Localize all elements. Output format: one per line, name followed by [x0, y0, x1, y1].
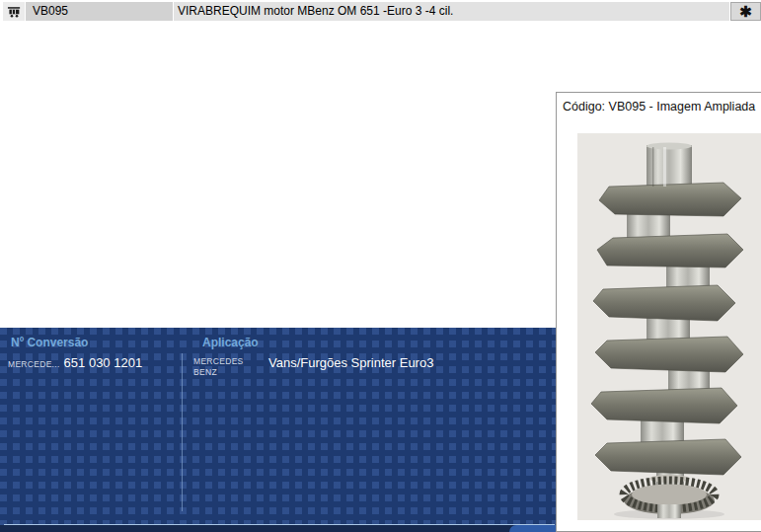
- application-value: Vans/Furgões Sprinter Euro3: [268, 355, 433, 370]
- conversion-row: MERCEDE... 651 030 1201: [8, 355, 142, 370]
- cart-icon: [7, 4, 22, 19]
- panel-bottom-strip: [0, 525, 558, 532]
- conversion-brand-label: MERCEDE...: [8, 359, 60, 369]
- crankshaft-photo: [577, 133, 761, 520]
- column-divider: [182, 353, 183, 511]
- image-popup: Código: VB095 - Imagem Ampliada: [556, 92, 761, 532]
- asterisk-icon: ✱: [739, 3, 752, 21]
- application-header: Aplicação: [202, 336, 259, 349]
- conversion-header: Nº Conversão: [11, 336, 88, 349]
- popup-title: Código: VB095 - Imagem Ampliada: [557, 93, 761, 114]
- hidden-button-tab: [509, 525, 558, 532]
- add-to-cart-button[interactable]: [3, 2, 25, 21]
- app-window: { "part_row": { "code": "VB095", "descri…: [0, 0, 761, 532]
- part-result-row: VB095 VIRABREQUIM motor MBenz OM 651 -Eu…: [3, 2, 761, 21]
- crankshaft-image: [577, 133, 761, 520]
- conversion-number: 651 030 1201: [64, 355, 143, 370]
- part-code-cell[interactable]: VB095: [26, 2, 173, 21]
- application-brand-label: MERCEDES BENZ: [193, 356, 255, 378]
- part-details-panel: Nº Conversão Aplicação MERCEDE... 651 03…: [0, 328, 558, 532]
- favorite-button[interactable]: ✱: [730, 2, 761, 21]
- part-description-cell[interactable]: VIRABREQUIM motor MBenz OM 651 -Euro 3 -…: [174, 2, 729, 21]
